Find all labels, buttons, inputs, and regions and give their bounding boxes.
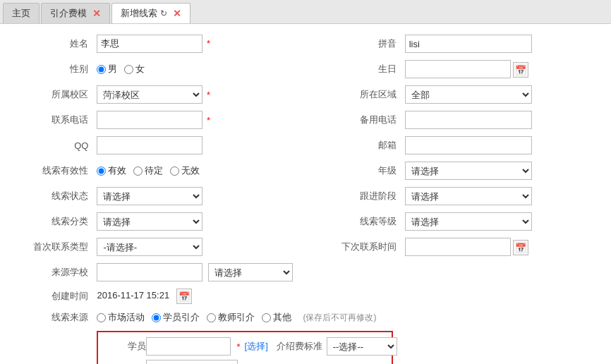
tab-home-label: 主页 bbox=[12, 7, 30, 20]
follow-stage-label: 跟进阶段 bbox=[319, 183, 400, 209]
lead-source-market-radio[interactable] bbox=[97, 313, 106, 322]
row-name: 姓名 * 拼音 bbox=[11, 31, 600, 56]
lead-source-market-option[interactable]: 市场活动 bbox=[97, 311, 145, 324]
validity-invalid-label: 无效 bbox=[181, 164, 200, 177]
create-time-label: 创建时间 bbox=[11, 285, 92, 308]
student-field: * [选择] 介绍费标准 --选择-- bbox=[146, 337, 397, 356]
validity-valid-radio[interactable] bbox=[97, 166, 106, 176]
first-contact-label: 首次联系类型 bbox=[11, 234, 92, 260]
qq-input[interactable] bbox=[97, 136, 202, 154]
phone-required: * bbox=[207, 115, 210, 126]
phone-input[interactable] bbox=[97, 111, 202, 129]
first-contact-select[interactable]: -请选择- bbox=[97, 238, 202, 256]
main-content: 姓名 * 拼音 性别 男 bbox=[0, 24, 611, 364]
source-school-input[interactable] bbox=[97, 263, 202, 281]
lead-source-teacher-option[interactable]: 教师引介 bbox=[207, 311, 255, 324]
campus-field-cell: 菏泽校区 * bbox=[92, 82, 291, 107]
lead-status-field-cell: 请选择 bbox=[92, 183, 291, 209]
validity-invalid-radio[interactable] bbox=[170, 166, 179, 176]
gender-male-option[interactable]: 男 bbox=[97, 63, 117, 75]
grade-field-cell: 请选择 bbox=[401, 158, 600, 183]
area-label: 所在区域 bbox=[319, 82, 400, 107]
qq-label: QQ bbox=[11, 133, 92, 158]
lead-category-select[interactable]: 请选择 bbox=[97, 212, 202, 231]
source-school-field-cell: 请选择 bbox=[92, 260, 600, 285]
lead-source-student-label: 学员引介 bbox=[163, 311, 200, 324]
validity-valid-option[interactable]: 有效 bbox=[97, 164, 126, 177]
lead-source-teacher-radio[interactable] bbox=[207, 313, 216, 322]
grade-select[interactable]: 请选择 bbox=[405, 162, 532, 180]
lead-source-student-radio[interactable] bbox=[152, 313, 161, 322]
tab-new-lead-close[interactable]: ✕ bbox=[173, 8, 181, 19]
row-lead-source: 线索来源 市场活动 学员引介 教师引介 bbox=[11, 308, 600, 327]
tab-new-lead-refresh[interactable]: ↻ bbox=[160, 8, 167, 18]
phone-label: 联系电话 bbox=[11, 107, 92, 133]
birthday-field-cell: 📅 bbox=[401, 56, 600, 82]
student-input[interactable] bbox=[146, 337, 231, 356]
tab-home[interactable]: 主页 bbox=[3, 3, 40, 23]
email-field-cell bbox=[401, 133, 600, 158]
validity-pending-option[interactable]: 待定 bbox=[133, 164, 163, 177]
tab-new-lead[interactable]: 新增线索 ↻ ✕ bbox=[111, 3, 190, 23]
phone-field-cell: * bbox=[92, 107, 291, 133]
area-field-cell: 全部 bbox=[401, 82, 600, 107]
row-first-contact: 首次联系类型 -请选择- 下次联系时间 📅 bbox=[11, 234, 600, 260]
student-row: 学员 * [选择] 介绍费标准 --选择-- bbox=[104, 335, 386, 358]
create-time-value: 2016-11-17 15:21 bbox=[97, 290, 169, 301]
market-person-select[interactable]: 校长试用09 bbox=[146, 360, 238, 364]
gender-female-radio[interactable] bbox=[124, 65, 133, 74]
row-phone: 联系电话 * 备用电话 bbox=[11, 107, 600, 133]
lead-status-select[interactable]: 请选择 bbox=[97, 187, 202, 205]
lead-source-other-option[interactable]: 其他 bbox=[262, 311, 291, 324]
row-qq: QQ 邮箱 bbox=[11, 133, 600, 158]
row-lead-category: 线索分类 请选择 线索等级 请选择 bbox=[11, 209, 600, 234]
market-person-field: 校长试用09 bbox=[146, 360, 386, 364]
gender-male-radio[interactable] bbox=[97, 65, 106, 74]
lead-source-radio-group: 市场活动 学员引介 教师引介 其他 (保存后不可再修改) bbox=[97, 311, 595, 324]
create-time-calendar-icon[interactable]: 📅 bbox=[176, 289, 192, 304]
name-label: 姓名 bbox=[11, 31, 92, 56]
campus-select[interactable]: 菏泽校区 bbox=[97, 85, 202, 104]
referral-std-select[interactable]: --选择-- bbox=[327, 337, 397, 356]
validity-pending-radio[interactable] bbox=[133, 166, 143, 176]
row-campus: 所属校区 菏泽校区 * 所在区域 全部 bbox=[11, 82, 600, 107]
qq-field-cell bbox=[92, 133, 291, 158]
lead-source-market-label: 市场活动 bbox=[108, 311, 145, 324]
backup-phone-input[interactable] bbox=[405, 111, 532, 129]
lead-level-select[interactable]: 请选择 bbox=[405, 212, 532, 231]
birthday-input[interactable] bbox=[405, 60, 511, 78]
tabs-bar: 主页 引介费模 ✕ 新增线索 ↻ ✕ bbox=[0, 0, 611, 24]
student-market-cell: 学员 * [选择] 介绍费标准 --选择-- 市场人 bbox=[92, 327, 600, 364]
form-table: 姓名 * 拼音 性别 男 bbox=[11, 31, 600, 364]
next-contact-field-cell: 📅 bbox=[401, 234, 600, 260]
tab-referral-fee-close[interactable]: ✕ bbox=[92, 8, 101, 19]
validity-label: 线索有效性 bbox=[11, 158, 92, 183]
email-input[interactable] bbox=[405, 136, 532, 154]
student-select-link[interactable]: [选择] bbox=[245, 340, 268, 353]
next-contact-calendar-icon[interactable]: 📅 bbox=[513, 240, 528, 255]
gender-female-option[interactable]: 女 bbox=[124, 63, 145, 75]
student-label: 学员 bbox=[104, 340, 146, 353]
first-contact-field-cell: -请选择- bbox=[92, 234, 291, 260]
name-input[interactable] bbox=[97, 35, 202, 53]
grade-label: 年级 bbox=[319, 158, 400, 183]
gender-label: 性别 bbox=[11, 56, 92, 82]
tab-referral-fee[interactable]: 引介费模 ✕ bbox=[41, 3, 110, 23]
gender-male-label: 男 bbox=[108, 63, 117, 75]
birthday-calendar-icon[interactable]: 📅 bbox=[513, 62, 528, 78]
validity-radio-group: 有效 待定 无效 bbox=[97, 164, 287, 177]
lead-source-student-option[interactable]: 学员引介 bbox=[152, 311, 200, 324]
source-school-select[interactable]: 请选择 bbox=[208, 263, 293, 281]
pinyin-input[interactable] bbox=[405, 35, 532, 53]
referral-std-label: 介绍费标准 bbox=[277, 340, 322, 353]
lead-source-other-radio[interactable] bbox=[262, 313, 271, 322]
lead-category-field-cell: 请选择 bbox=[92, 209, 291, 234]
area-select[interactable]: 全部 bbox=[405, 85, 532, 104]
validity-invalid-option[interactable]: 无效 bbox=[170, 164, 200, 177]
row-student-market: 学员 * [选择] 介绍费标准 --选择-- 市场人 bbox=[11, 327, 600, 364]
row-source-school: 来源学校 请选择 bbox=[11, 260, 600, 285]
follow-stage-select[interactable]: 请选择 bbox=[405, 187, 532, 205]
lead-status-label: 线索状态 bbox=[11, 183, 92, 209]
next-contact-input[interactable] bbox=[405, 238, 511, 256]
gender-female-label: 女 bbox=[135, 63, 145, 75]
